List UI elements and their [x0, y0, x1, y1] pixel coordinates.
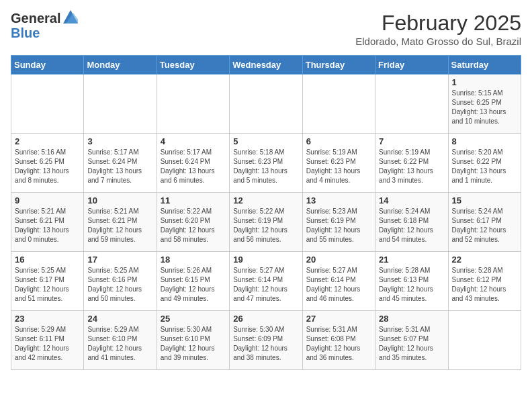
day-info: Sunset: 6:23 PM: [233, 157, 298, 167]
day-info: Daylight: 13 hours: [161, 167, 226, 176]
day-number: 18: [161, 255, 226, 265]
day-info: Sunrise: 5:29 AM: [87, 325, 152, 334]
calendar-cell: [84, 75, 157, 134]
day-info: Sunrise: 5:31 AM: [306, 325, 371, 334]
day-info: and 3 minutes.: [379, 176, 444, 185]
calendar-cell: 25Sunrise: 5:30 AMSunset: 6:10 PMDayligh…: [157, 311, 229, 370]
day-info: and 8 minutes.: [15, 176, 80, 185]
day-info: Sunrise: 5:22 AM: [233, 207, 298, 216]
day-info: Sunrise: 5:27 AM: [233, 266, 298, 275]
logo-icon: [63, 10, 78, 24]
calendar-cell: 23Sunrise: 5:29 AMSunset: 6:11 PMDayligh…: [11, 311, 84, 370]
day-number: 10: [87, 195, 152, 205]
header-tuesday: Tuesday: [157, 56, 229, 75]
day-info: Sunrise: 5:28 AM: [452, 266, 517, 275]
calendar-cell: 20Sunrise: 5:27 AMSunset: 6:14 PMDayligh…: [302, 252, 375, 311]
day-info: and 45 minutes.: [379, 294, 444, 304]
day-info: Daylight: 13 hours: [379, 167, 444, 176]
day-info: Sunset: 6:17 PM: [15, 275, 80, 285]
day-number: 22: [452, 255, 517, 265]
day-info: and 38 minutes.: [233, 353, 298, 363]
day-number: 6: [306, 136, 371, 146]
day-info: Sunset: 6:22 PM: [379, 157, 444, 167]
day-info: and 51 minutes.: [15, 294, 80, 304]
day-info: Sunset: 6:22 PM: [452, 157, 517, 167]
day-info: and 54 minutes.: [379, 235, 444, 244]
day-number: 24: [87, 314, 152, 324]
day-info: Sunrise: 5:29 AM: [15, 325, 80, 334]
day-info: Sunrise: 5:21 AM: [15, 207, 80, 216]
day-info: and 10 minutes.: [452, 117, 517, 126]
day-info: Sunrise: 5:19 AM: [306, 148, 371, 157]
day-info: Sunset: 6:12 PM: [452, 275, 517, 285]
calendar-cell: 17Sunrise: 5:25 AMSunset: 6:16 PMDayligh…: [84, 252, 157, 311]
day-info: and 58 minutes.: [161, 235, 226, 244]
day-info: Sunrise: 5:15 AM: [452, 89, 517, 98]
day-info: and 4 minutes.: [306, 176, 371, 185]
day-info: Sunset: 6:10 PM: [161, 334, 226, 344]
day-info: Sunrise: 5:17 AM: [161, 148, 226, 157]
calendar-week-4: 16Sunrise: 5:25 AMSunset: 6:17 PMDayligh…: [11, 252, 521, 311]
day-info: Sunrise: 5:30 AM: [161, 325, 226, 334]
day-info: and 50 minutes.: [87, 294, 152, 304]
day-info: Sunset: 6:17 PM: [452, 216, 517, 226]
day-info: and 59 minutes.: [87, 235, 152, 244]
day-info: Daylight: 13 hours: [306, 167, 371, 176]
day-info: Sunrise: 5:18 AM: [233, 148, 298, 157]
calendar-week-3: 9Sunrise: 5:21 AMSunset: 6:21 PMDaylight…: [11, 193, 521, 252]
header-friday: Friday: [375, 56, 448, 75]
day-info: Sunset: 6:14 PM: [233, 275, 298, 285]
calendar-cell: 7Sunrise: 5:19 AMSunset: 6:22 PMDaylight…: [375, 134, 448, 193]
day-info: Sunset: 6:24 PM: [87, 157, 152, 167]
day-info: Daylight: 12 hours: [161, 226, 226, 235]
calendar-cell: 4Sunrise: 5:17 AMSunset: 6:24 PMDaylight…: [157, 134, 229, 193]
day-info: Daylight: 12 hours: [452, 285, 517, 294]
day-info: Sunset: 6:20 PM: [161, 216, 226, 226]
day-info: Sunrise: 5:24 AM: [379, 207, 444, 216]
day-number: 4: [161, 136, 226, 146]
day-number: 8: [452, 136, 517, 146]
calendar-header: Sunday Monday Tuesday Wednesday Thursday…: [11, 56, 521, 75]
title-section: February 2025 Eldorado, Mato Grosso do S…: [355, 11, 521, 47]
calendar-cell: 14Sunrise: 5:24 AMSunset: 6:18 PMDayligh…: [375, 193, 448, 252]
calendar-cell: 13Sunrise: 5:23 AMSunset: 6:19 PMDayligh…: [302, 193, 375, 252]
day-number: 3: [87, 136, 152, 146]
day-number: 9: [15, 195, 80, 205]
day-info: Daylight: 12 hours: [379, 226, 444, 235]
day-info: Sunrise: 5:25 AM: [15, 266, 80, 275]
calendar-cell: [157, 75, 229, 134]
day-info: Daylight: 13 hours: [87, 167, 152, 176]
day-info: and 46 minutes.: [306, 294, 371, 304]
day-info: Sunset: 6:18 PM: [379, 216, 444, 226]
day-info: Daylight: 12 hours: [233, 344, 298, 353]
day-number: 1: [452, 77, 517, 87]
calendar-week-1: 1Sunrise: 5:15 AMSunset: 6:25 PMDaylight…: [11, 75, 521, 134]
day-info: Sunset: 6:19 PM: [233, 216, 298, 226]
day-info: and 39 minutes.: [161, 353, 226, 363]
header-thursday: Thursday: [302, 56, 375, 75]
day-info: and 56 minutes.: [233, 235, 298, 244]
calendar-cell: 9Sunrise: 5:21 AMSunset: 6:21 PMDaylight…: [11, 193, 84, 252]
day-info: Daylight: 12 hours: [306, 226, 371, 235]
day-info: Sunrise: 5:27 AM: [306, 266, 371, 275]
day-info: Daylight: 13 hours: [15, 167, 80, 176]
day-info: Sunrise: 5:20 AM: [452, 148, 517, 157]
calendar-cell: 8Sunrise: 5:20 AMSunset: 6:22 PMDaylight…: [448, 134, 521, 193]
day-info: Sunset: 6:10 PM: [87, 334, 152, 344]
day-info: Sunrise: 5:22 AM: [161, 207, 226, 216]
calendar-cell: 6Sunrise: 5:19 AMSunset: 6:23 PMDaylight…: [302, 134, 375, 193]
day-number: 28: [379, 314, 444, 324]
day-info: and 42 minutes.: [15, 353, 80, 363]
calendar-cell: 18Sunrise: 5:26 AMSunset: 6:15 PMDayligh…: [157, 252, 229, 311]
day-info: Daylight: 12 hours: [15, 285, 80, 294]
day-number: 2: [15, 136, 80, 146]
day-info: Daylight: 13 hours: [233, 167, 298, 176]
calendar-cell: 16Sunrise: 5:25 AMSunset: 6:17 PMDayligh…: [11, 252, 84, 311]
day-number: 13: [306, 195, 371, 205]
day-info: and 52 minutes.: [452, 235, 517, 244]
day-info: Daylight: 12 hours: [379, 285, 444, 294]
day-number: 26: [233, 314, 298, 324]
day-info: Sunset: 6:09 PM: [233, 334, 298, 344]
day-number: 15: [452, 195, 517, 205]
day-number: 11: [161, 195, 226, 205]
